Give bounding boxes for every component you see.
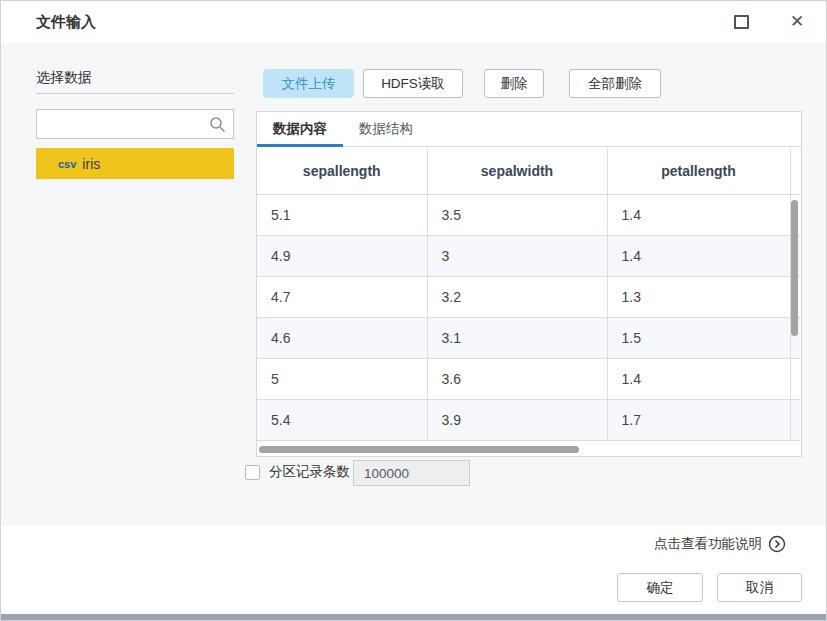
delete-all-button[interactable]: 全部删除 [569,69,661,98]
search-input[interactable] [37,110,233,138]
cell: 1.3 [607,276,790,317]
cell: 3.2 [427,276,607,317]
window-bottom-edge [1,614,826,620]
partition-label: 分区记录条数 [269,463,350,481]
cell: 4.9 [257,235,427,276]
dialog-footer: 点击查看功能说明 确定 取消 [1,526,826,614]
search-icon[interactable] [209,116,226,133]
table-header-row: sepallength sepalwidth petallength [257,148,800,194]
cell: 3.9 [427,399,607,440]
cell: 3.6 [427,358,607,399]
hdfs-read-button[interactable]: HDFS读取 [363,69,463,98]
cell-partial [790,358,800,399]
dialog-body: 选择数据 csv iris 文件上传 HDFS读取 删除 全部删除 数据内容 数… [1,43,826,526]
file-upload-button[interactable]: 文件上传 [263,69,354,98]
cell: 1.4 [607,358,790,399]
cell: 3 [427,235,607,276]
tab-data-structure[interactable]: 数据结构 [343,112,429,147]
data-table-viewport: sepallength sepalwidth petallength 5.1 3… [257,148,800,455]
vertical-scrollbar[interactable] [791,200,798,336]
data-preview-panel: 数据内容 数据结构 sepallength sepalwidth petalle… [256,111,802,457]
cell: 5.1 [257,194,427,235]
section-divider [36,93,234,94]
maximize-icon[interactable] [734,15,749,29]
file-input-dialog: 文件输入 ✕ 选择数据 csv iris 文件上传 HDFS读取 删除 全部删除… [0,0,827,621]
delete-button[interactable]: 删除 [484,69,544,98]
cell: 1.7 [607,399,790,440]
dataset-search [36,109,234,139]
titlebar: 文件输入 ✕ [1,1,826,43]
table-row: 4.7 3.2 1.3 [257,276,800,317]
cell: 4.7 [257,276,427,317]
cell: 4.6 [257,317,427,358]
column-header: petallength [607,148,790,194]
cell: 1.4 [607,235,790,276]
dataset-name: iris [82,156,100,172]
table-row: 5 3.6 1.4 [257,358,800,399]
partition-checkbox[interactable] [245,465,260,480]
partition-count-input[interactable] [353,460,470,486]
tabbar: 数据内容 数据结构 [257,112,801,147]
dialog-title: 文件输入 [36,13,96,32]
cell-partial [790,399,800,440]
horizontal-scrollbar[interactable] [259,446,579,453]
chevron-circle-icon [768,535,786,553]
cell: 5 [257,358,427,399]
column-header-partial [790,148,800,194]
cell: 3.1 [427,317,607,358]
table-row: 5.1 3.5 1.4 [257,194,800,235]
table-row: 5.4 3.9 1.7 [257,399,800,440]
close-icon[interactable]: ✕ [786,10,808,34]
cell: 1.4 [607,194,790,235]
select-data-label: 选择数据 [36,69,92,87]
table-row: 4.9 3 1.4 [257,235,800,276]
data-table: sepallength sepalwidth petallength 5.1 3… [257,148,800,441]
dataset-item-iris[interactable]: csv iris [36,148,234,179]
cell: 3.5 [427,194,607,235]
tab-data-content[interactable]: 数据内容 [257,112,343,147]
csv-badge: csv [58,158,76,170]
help-link-text: 点击查看功能说明 [654,535,762,553]
ok-button[interactable]: 确定 [617,573,703,602]
cancel-button[interactable]: 取消 [717,573,802,602]
cell: 5.4 [257,399,427,440]
column-header: sepalwidth [427,148,607,194]
help-link[interactable]: 点击查看功能说明 [654,535,786,553]
column-header: sepallength [257,148,427,194]
cell: 1.5 [607,317,790,358]
table-row: 4.6 3.1 1.5 [257,317,800,358]
